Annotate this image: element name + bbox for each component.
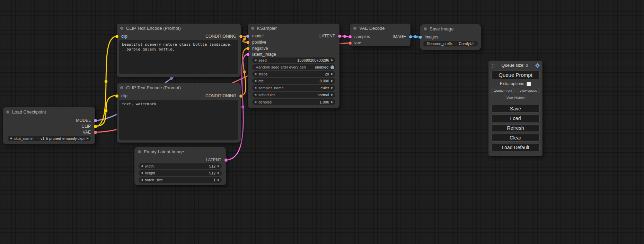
input-dot-vae[interactable] [349, 42, 352, 45]
queue-front-button[interactable]: Queue Front [491, 88, 515, 93]
input-dot-model[interactable] [246, 35, 249, 38]
node-titlebar[interactable]: CLIP Text Encode (Prompt) [117, 24, 241, 33]
collapse-dot-icon[interactable] [138, 150, 141, 153]
collapse-dot-icon[interactable] [251, 27, 254, 30]
node-clip-text-encode-negative[interactable]: CLIP Text Encode (Prompt) clip CONDITION… [117, 83, 241, 143]
stepper-left-icon[interactable]: ◀ [139, 163, 145, 169]
output-dot-vae[interactable] [94, 131, 97, 134]
node-load-checkpoint[interactable]: Load Checkpoint MODEL CLIP VAE ◀ ckpt_na… [3, 107, 95, 144]
refresh-button[interactable]: Refresh [491, 124, 540, 132]
stepper-left-icon[interactable]: ◀ [252, 71, 258, 77]
stepper-right-icon[interactable]: ▶ [215, 163, 222, 169]
output-dot-model[interactable] [94, 119, 97, 122]
output-dot-image[interactable] [409, 35, 412, 38]
stepper-left-icon[interactable]: ◀ [139, 170, 145, 176]
widget-ckpt-name[interactable]: ◀ ckpt_name v1-5-pruned-emaonly.ckpt ▶ [8, 136, 91, 141]
stepper-left-icon[interactable]: ◀ [252, 92, 258, 98]
widget-value: ComfyUI [459, 42, 478, 46]
input-dot-positive[interactable] [246, 41, 249, 44]
widget-value: 20 [325, 72, 329, 76]
widget-name: height [145, 171, 155, 175]
clear-button[interactable]: Clear [491, 134, 540, 142]
load-button[interactable]: Load [491, 115, 540, 122]
input-dot-images[interactable] [419, 36, 422, 39]
input-label-images: images [425, 34, 438, 40]
output-dot-conditioning[interactable] [239, 94, 242, 98]
node-empty-latent-image[interactable]: Empty Latent Image LATENT ◀ width 512 ▶ … [134, 147, 226, 185]
stepper-right-icon[interactable]: ▶ [329, 78, 335, 84]
collapse-dot-icon[interactable] [120, 86, 123, 89]
extra-options-checkbox[interactable] [527, 82, 531, 86]
collapse-dot-icon[interactable] [120, 27, 123, 30]
stepper-right-icon[interactable]: ▶ [215, 170, 222, 176]
stepper-left-icon[interactable]: ◀ [252, 99, 258, 105]
input-dot-clip[interactable] [115, 35, 118, 38]
stepper-right-icon[interactable]: ▶ [215, 177, 222, 183]
widget-seed[interactable]: ◀ seed 156680208700286 ▶ [252, 57, 335, 63]
output-label-conditioning: CONDITIONING [205, 34, 236, 39]
stepper-right-icon[interactable]: ▶ [85, 136, 91, 141]
wire-midpoint-dot [241, 106, 245, 109]
widget-batch-size[interactable]: ◀ batch_size 1 ▶ [139, 177, 222, 183]
drag-handle-icon[interactable] [491, 63, 495, 68]
node-save-image[interactable]: Save Image images filename_prefix ComfyU… [420, 24, 481, 50]
stepper-right-icon[interactable]: ▶ [329, 85, 335, 91]
widget-denoise[interactable]: ◀ denoise 1.000 ▶ [252, 99, 335, 105]
stepper-left-icon[interactable]: ◀ [252, 57, 258, 63]
node-clip-text-encode-positive[interactable]: CLIP Text Encode (Prompt) clip CONDITION… [117, 24, 241, 77]
input-label-clip: clip [121, 34, 127, 39]
widget-steps[interactable]: ◀ steps 20 ▶ [252, 71, 335, 77]
node-vae-decode[interactable]: VAE Decode samples vae IMAGE [350, 24, 411, 46]
collapse-dot-icon[interactable] [424, 27, 427, 30]
input-dot-latent-image[interactable] [246, 53, 249, 56]
widget-sampler-name[interactable]: ◀ sampler_name euler ▶ [252, 85, 335, 91]
collapse-dot-icon[interactable] [353, 27, 356, 30]
stepper-left-icon[interactable]: ◀ [8, 136, 14, 141]
node-titlebar[interactable]: Load Checkpoint [3, 107, 95, 116]
stepper-left-icon[interactable]: ◀ [252, 85, 258, 91]
node-titlebar[interactable]: VAE Decode [350, 24, 411, 33]
view-queue-button[interactable]: View Queue [517, 88, 540, 93]
queue-menu-panel: Queue size: 0 Queue Prompt Extra options… [488, 61, 542, 156]
stepper-right-icon[interactable]: ▶ [329, 57, 335, 63]
node-titlebar[interactable]: Save Image [420, 24, 481, 33]
prompt-textarea[interactable]: beautiful scenery nature glass bottle la… [119, 40, 238, 74]
load-default-button[interactable]: Load Default [491, 144, 540, 151]
node-graph-canvas[interactable]: Load Checkpoint MODEL CLIP VAE ◀ ckpt_na… [0, 0, 644, 244]
node-titlebar[interactable]: Empty Latent Image [134, 147, 226, 156]
input-dot-clip[interactable] [115, 94, 118, 98]
output-dot-clip[interactable] [94, 125, 97, 128]
queue-prompt-button[interactable]: Queue Prompt [491, 71, 540, 79]
stepper-left-icon[interactable]: ◀ [139, 177, 145, 183]
stepper-right-icon[interactable]: ▶ [329, 71, 335, 77]
widget-random-seed-toggle[interactable]: Random seed after every gen enabled [252, 64, 335, 70]
input-label-latent-image: latent_image [252, 52, 276, 57]
widget-filename-prefix[interactable]: filename_prefix ComfyUI [423, 41, 478, 46]
stepper-left-icon[interactable]: ◀ [252, 78, 258, 84]
toggle-knob-icon[interactable] [330, 65, 334, 69]
widget-scheduler[interactable]: ◀ scheduler normal ▶ [252, 92, 335, 98]
node-title: CLIP Text Encode (Prompt) [126, 26, 181, 31]
settings-gear-icon[interactable] [535, 63, 540, 68]
widget-height[interactable]: ◀ height 512 ▶ [139, 170, 222, 176]
input-dot-negative[interactable] [246, 47, 249, 50]
node-titlebar[interactable]: CLIP Text Encode (Prompt) [117, 83, 241, 92]
prompt-textarea[interactable]: text, watermark [119, 100, 238, 140]
node-ksampler[interactable]: KSampler model positive negative latent_… [248, 24, 339, 108]
collapse-dot-icon[interactable] [6, 110, 9, 114]
node-title: Save Image [430, 26, 453, 31]
stepper-right-icon[interactable]: ▶ [329, 92, 335, 98]
output-dot-latent[interactable] [224, 159, 228, 162]
view-history-button[interactable]: View History [504, 95, 528, 100]
node-titlebar[interactable]: KSampler [248, 24, 339, 33]
input-label-positive: positive [252, 39, 266, 45]
stepper-right-icon[interactable]: ▶ [329, 99, 335, 105]
input-dot-samples[interactable] [349, 35, 352, 38]
output-dot-latent[interactable] [338, 35, 341, 38]
widget-width[interactable]: ◀ width 512 ▶ [139, 163, 222, 169]
widget-name: ckpt_name [14, 136, 33, 141]
widget-cfg[interactable]: ◀ cfg 8.000 ▶ [252, 78, 335, 84]
output-dot-conditioning[interactable] [239, 35, 242, 38]
input-label-samples: samples [354, 34, 370, 39]
save-button[interactable]: Save [491, 105, 540, 112]
